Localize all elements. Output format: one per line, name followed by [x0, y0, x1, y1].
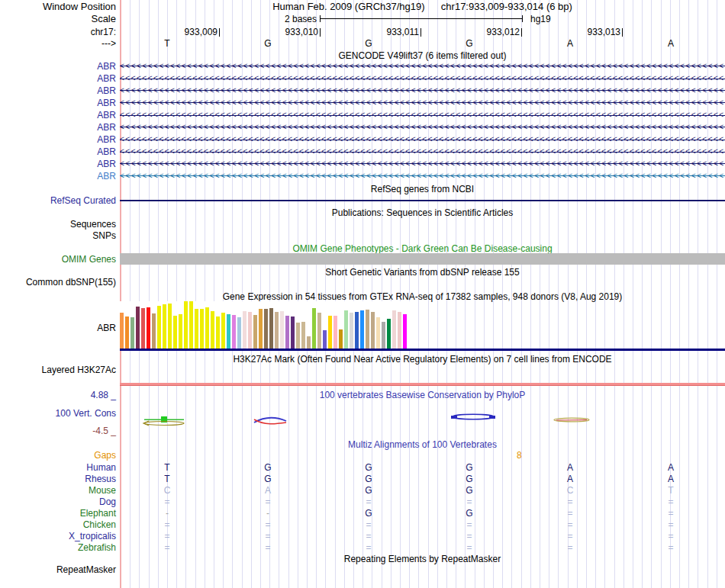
gencode-gene-label[interactable]: ABR	[0, 61, 116, 72]
multiz-species-label[interactable]: Zebrafish	[0, 542, 116, 553]
gtex-tissue-bar[interactable]	[264, 309, 268, 349]
gtex-tissue-bar[interactable]	[269, 308, 273, 349]
gencode-gene-arrows[interactable]: <<<<<<<<<<<<<<<<<<<<<<<<<<<<<<<<<<<<<<<<…	[120, 98, 725, 108]
gtex-tissue-bar[interactable]	[387, 319, 391, 349]
publications-snps-label[interactable]: SNPs	[0, 230, 116, 241]
repeatmasker-label[interactable]: RepeatMasker	[0, 564, 116, 575]
multiz-species-label[interactable]: Mouse	[0, 485, 116, 496]
gtex-tissue-bar[interactable]	[120, 313, 124, 349]
gtex-tissue-bar[interactable]	[280, 311, 284, 349]
gtex-tissue-bar[interactable]	[216, 316, 220, 349]
gencode-gene-arrows[interactable]: <<<<<<<<<<<<<<<<<<<<<<<<<<<<<<<<<<<<<<<<…	[120, 122, 725, 133]
gtex-tissue-bar[interactable]	[248, 312, 252, 349]
omim-gene-bar[interactable]	[120, 253, 725, 265]
h3k27ac-signal-band[interactable]	[120, 383, 725, 386]
gtex-tissue-bar[interactable]	[253, 315, 257, 349]
gtex-tissue-bar[interactable]	[237, 317, 241, 349]
multiz-species-label[interactable]: Human	[0, 462, 116, 473]
gtex-tissue-bar[interactable]	[200, 309, 204, 349]
gencode-gene-arrows[interactable]: <<<<<<<<<<<<<<<<<<<<<<<<<<<<<<<<<<<<<<<<…	[120, 171, 725, 182]
gtex-tissue-bar[interactable]	[350, 313, 353, 349]
gtex-tissue-bar[interactable]	[403, 314, 407, 349]
gtex-tissue-bar[interactable]	[328, 316, 332, 349]
gtex-tissue-bar[interactable]	[291, 316, 295, 349]
gtex-tissue-bar[interactable]	[285, 316, 289, 349]
gencode-gene-label[interactable]: ABR	[0, 159, 116, 169]
gtex-tissue-bar[interactable]	[141, 308, 145, 349]
publications-sequences-label[interactable]: Sequences	[0, 219, 116, 230]
h3k27ac-label[interactable]: Layered H3K27Ac	[0, 365, 116, 375]
gtex-tissue-bar[interactable]	[307, 336, 311, 349]
gtex-tissue-bar[interactable]	[392, 310, 396, 349]
gtex-tissue-bar[interactable]	[334, 316, 337, 349]
gencode-gene-arrows[interactable]: <<<<<<<<<<<<<<<<<<<<<<<<<<<<<<<<<<<<<<<<…	[120, 110, 725, 120]
gtex-tissue-bar[interactable]	[382, 322, 385, 349]
gtex-tissue-bar[interactable]	[301, 322, 305, 349]
conservation-mark-1[interactable]	[143, 416, 184, 426]
gtex-tissue-bar[interactable]	[205, 307, 209, 349]
gencode-gene-label[interactable]: ABR	[0, 110, 116, 120]
conservation-label[interactable]: 100 Vert. Cons	[0, 408, 116, 419]
gtex-tissue-bar[interactable]	[296, 323, 300, 349]
gtex-tissue-bar[interactable]	[189, 301, 193, 349]
gtex-tissue-bar[interactable]	[163, 304, 166, 349]
gtex-tissue-bar[interactable]	[227, 314, 230, 349]
gtex-tissue-bar[interactable]	[317, 313, 321, 349]
gtex-tissue-bar[interactable]	[371, 312, 375, 349]
gtex-tissue-bar[interactable]	[398, 312, 401, 349]
gtex-tissue-bar[interactable]	[152, 313, 156, 349]
gtex-tissue-bar[interactable]	[366, 310, 369, 349]
gencode-gene-arrows[interactable]: <<<<<<<<<<<<<<<<<<<<<<<<<<<<<<<<<<<<<<<<…	[120, 61, 725, 72]
multiz-species-label[interactable]: Elephant	[0, 508, 116, 519]
gtex-tissue-bar[interactable]	[312, 308, 316, 349]
conservation-mark-3[interactable]	[451, 414, 495, 419]
gtex-tissue-bar[interactable]	[275, 312, 279, 349]
gencode-gene-arrows[interactable]: <<<<<<<<<<<<<<<<<<<<<<<<<<<<<<<<<<<<<<<<…	[120, 146, 725, 157]
gencode-gene-label[interactable]: ABR	[0, 98, 116, 108]
gtex-tissue-bar[interactable]	[179, 314, 182, 349]
refseq-gene-line[interactable]	[120, 200, 725, 201]
gtex-tissue-bar[interactable]	[157, 306, 161, 349]
gtex-tissue-bar[interactable]	[130, 317, 134, 349]
gencode-gene-label[interactable]: ABR	[0, 85, 116, 96]
gtex-bar-chart[interactable]	[120, 301, 410, 349]
gencode-gene-arrows[interactable]: <<<<<<<<<<<<<<<<<<<<<<<<<<<<<<<<<<<<<<<<…	[120, 159, 725, 169]
conservation-wiggle-marks[interactable]	[120, 412, 725, 429]
gtex-tissue-bar[interactable]	[195, 309, 198, 349]
gencode-gene-label[interactable]: ABR	[0, 134, 116, 145]
coordinate-ruler[interactable]: 933,009933,010933,011933,012933,013	[0, 27, 725, 37]
multiz-species-label[interactable]: X_tropicalis	[0, 531, 116, 541]
gencode-gene-label[interactable]: ABR	[0, 73, 116, 84]
omim-genes-label[interactable]: OMIM Genes	[0, 254, 116, 265]
gencode-gene-label[interactable]: ABR	[0, 171, 116, 182]
gtex-tissue-bar[interactable]	[232, 315, 236, 349]
multiz-species-label[interactable]: Rhesus	[0, 474, 116, 484]
dbsnp-label[interactable]: Common dbSNP(155)	[0, 277, 116, 288]
gtex-tissue-bar[interactable]	[221, 313, 225, 349]
gtex-tissue-bar[interactable]	[339, 329, 343, 349]
gtex-tissue-bar[interactable]	[360, 310, 364, 349]
gtex-tissue-bar[interactable]	[211, 311, 214, 349]
gtex-gene-label[interactable]: ABR	[0, 323, 116, 333]
gencode-gene-arrows[interactable]: <<<<<<<<<<<<<<<<<<<<<<<<<<<<<<<<<<<<<<<<…	[120, 134, 725, 145]
gtex-tissue-bar[interactable]	[323, 330, 327, 349]
multiz-species-label[interactable]: Dog	[0, 496, 116, 507]
gencode-gene-arrows[interactable]: <<<<<<<<<<<<<<<<<<<<<<<<<<<<<<<<<<<<<<<<…	[120, 73, 725, 84]
gtex-tissue-bar[interactable]	[168, 304, 172, 349]
gtex-tissue-bar[interactable]	[376, 317, 380, 349]
gtex-tissue-bar[interactable]	[344, 310, 348, 349]
gtex-tissue-bar[interactable]	[173, 316, 177, 349]
gtex-tissue-bar[interactable]	[184, 301, 188, 349]
gtex-tissue-bar[interactable]	[355, 312, 359, 349]
gencode-gene-arrows[interactable]: <<<<<<<<<<<<<<<<<<<<<<<<<<<<<<<<<<<<<<<<…	[120, 85, 725, 96]
gencode-gene-label[interactable]: ABR	[0, 146, 116, 157]
gtex-tissue-bar[interactable]	[125, 316, 129, 349]
gtex-tissue-bar[interactable]	[136, 307, 140, 349]
gtex-tissue-bar[interactable]	[243, 311, 246, 349]
refseq-curated-label[interactable]: RefSeq Curated	[0, 195, 116, 206]
multiz-gaps-label[interactable]: Gaps	[0, 450, 116, 461]
gencode-gene-label[interactable]: ABR	[0, 122, 116, 133]
gtex-tissue-bar[interactable]	[259, 309, 263, 349]
multiz-species-label[interactable]: Chicken	[0, 519, 116, 530]
conservation-mark-2[interactable]	[254, 418, 286, 424]
